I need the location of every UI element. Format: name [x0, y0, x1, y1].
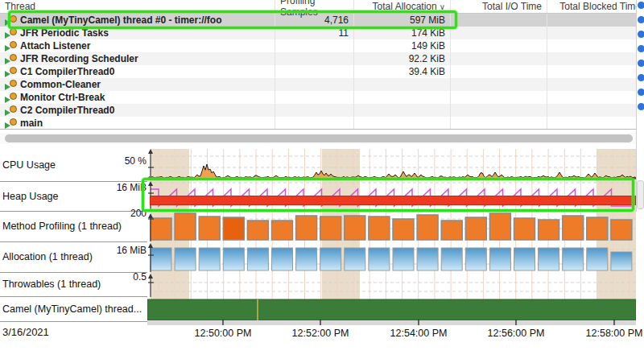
- track-axis-tick-label: 200: [130, 208, 147, 219]
- gutter-marker-dot[interactable]: [638, 89, 644, 96]
- thread-name: Common-Cleaner: [20, 79, 101, 90]
- thread-row[interactable]: Common-Cleaner: [0, 78, 644, 91]
- gutter-marker-dot[interactable]: [638, 60, 644, 67]
- value-cell: [275, 78, 354, 91]
- sort-descending-icon: ∨: [440, 2, 445, 11]
- allocation-bar: [272, 248, 293, 270]
- column-header-total-allocation[interactable]: Total Allocation ∨: [354, 0, 451, 13]
- track-label: CPU Usage: [2, 159, 56, 171]
- allocation-bar: [465, 248, 486, 270]
- gutter-marker-dot[interactable]: [638, 74, 644, 81]
- gutter-marker-dot[interactable]: [638, 45, 644, 52]
- thread-row[interactable]: C1 CompilerThread039.4 KiB: [0, 65, 644, 78]
- track-label-row-1[interactable]: CPU Usage50 %: [0, 149, 147, 182]
- time-tick-label: 12:50:00 PM: [195, 328, 252, 339]
- method-profiling-bar: [539, 220, 559, 240]
- value-cell: [451, 52, 547, 65]
- track-label: Method Profiling (1 thread): [2, 221, 122, 232]
- value-cell: [547, 91, 644, 104]
- track-label-row-2[interactable]: Heap Usage16 MiB: [0, 182, 147, 212]
- gutter-marker-dot[interactable]: [638, 2, 644, 9]
- value-cell: 11: [275, 27, 354, 39]
- track-label: Heap Usage: [2, 191, 59, 202]
- method-profiling-bar: [611, 220, 632, 240]
- column-header-thread[interactable]: Thread: [0, 0, 275, 13]
- thread-name: JFR Recording Scheduler: [20, 53, 138, 64]
- time-range-selector-bar[interactable]: [150, 196, 636, 205]
- thread-icon: [5, 15, 17, 26]
- track-axis-tick-label: 16 MiB: [117, 182, 147, 193]
- value-cell: [275, 52, 354, 65]
- thread-name: Monitor Ctrl-Break: [20, 92, 105, 103]
- thread-row[interactable]: C2 CompilerThread0: [0, 104, 644, 117]
- column-header-total-io-time[interactable]: Total I/O Time: [451, 0, 547, 13]
- method-profiling-bar: [417, 215, 438, 240]
- value-cell: [547, 117, 644, 130]
- allocation-bar: [320, 248, 341, 270]
- allocation-bar: [587, 248, 608, 270]
- allocation-bar: [489, 248, 510, 270]
- gutter-marker-dot[interactable]: [638, 103, 644, 110]
- column-header-total-allocation-label: Total Allocation: [373, 1, 437, 12]
- table-horizontal-scrollbar[interactable]: [0, 133, 644, 144]
- value-cell: [451, 39, 547, 52]
- thread-row[interactable]: Camel (MyTinyCamel) thread #0 - timer://…: [0, 14, 644, 27]
- thread-row[interactable]: Monitor Ctrl-Break: [0, 91, 644, 104]
- thread-table: Thread Profiling Samples Total Allocatio…: [0, 0, 644, 130]
- track-axis-tick-label: 0.5: [133, 271, 147, 283]
- value-cell: [354, 117, 451, 130]
- allocation-bar: [223, 248, 244, 270]
- method-profiling-bar: [369, 217, 390, 240]
- method-profiling-bar: [272, 221, 293, 240]
- track-label: Throwables (1 thread): [2, 279, 101, 290]
- track-label-row-3[interactable]: Method Profiling (1 thread)200: [0, 212, 147, 242]
- value-cell: [451, 65, 547, 78]
- allocation-bar: [539, 248, 559, 270]
- thread-row[interactable]: main: [0, 117, 644, 130]
- method-profiling-bar: [320, 217, 341, 240]
- value-cell: [275, 117, 354, 130]
- scrollbar-corner: [637, 180, 644, 209]
- value-cell: [275, 104, 354, 117]
- thread-icon: [5, 80, 17, 90]
- track-label-row-6[interactable]: Camel (MyTinyCamel) thread...: [0, 297, 147, 322]
- allocation-bar: [247, 248, 268, 270]
- thread-row[interactable]: Attach Listener149 KiB: [0, 39, 644, 52]
- method-profiling-bar: [296, 216, 317, 240]
- gutter-marker-dot[interactable]: [638, 16, 644, 23]
- value-cell: [451, 27, 547, 39]
- method-profiling-bar: [441, 221, 462, 240]
- column-header-total-blocked-time[interactable]: Total Blocked Time: [547, 0, 644, 13]
- allocation-bar: [514, 248, 535, 270]
- value-cell: 149 KiB: [354, 39, 451, 52]
- value-cell: [547, 78, 644, 91]
- thread-row[interactable]: JFR Recording Scheduler92.2 KiB: [0, 52, 644, 65]
- method-profiling-bar: [587, 217, 608, 240]
- thread-state-band: [147, 299, 636, 320]
- time-tick-label: 12:52:00 PM: [292, 328, 349, 339]
- thread-name: C1 CompilerThread0: [20, 66, 114, 77]
- value-cell: [547, 27, 644, 39]
- allocation-bar: [611, 252, 632, 270]
- thread-name-cell: JFR Periodic Tasks: [0, 27, 275, 39]
- thread-name-cell: Common-Cleaner: [0, 78, 275, 91]
- scrollbar-thumb[interactable]: [5, 134, 633, 142]
- value-cell: [275, 65, 354, 78]
- track-axis-tick-label: 50 %: [125, 155, 147, 167]
- thread-name-cell: C1 CompilerThread0: [0, 65, 275, 78]
- track-label-row-5[interactable]: Throwables (1 thread)0.5: [0, 273, 147, 297]
- column-header-profiling-samples[interactable]: Profiling Samples: [275, 0, 354, 13]
- allocation-bar: [369, 248, 390, 270]
- track-label-row-4[interactable]: Allocation (1 thread)16 MiB: [0, 242, 147, 273]
- time-tick-label: 12:54:00 PM: [390, 328, 448, 339]
- method-profiling-bar: [223, 217, 244, 240]
- timeline-panel: CPU Usage50 %Heap Usage16 MiBMethod Prof…: [0, 147, 644, 359]
- thread-name-cell: Attach Listener: [0, 39, 275, 52]
- timeline-date-label: 3/16/2021: [2, 326, 49, 338]
- thread-row[interactable]: JFR Periodic Tasks11174 KiB: [0, 27, 644, 39]
- track-label: Allocation (1 thread): [2, 251, 93, 262]
- value-cell: [547, 52, 644, 65]
- gutter-marker-dot[interactable]: [638, 31, 644, 38]
- method-profiling-bar: [345, 216, 365, 240]
- allocation-bar: [441, 248, 462, 270]
